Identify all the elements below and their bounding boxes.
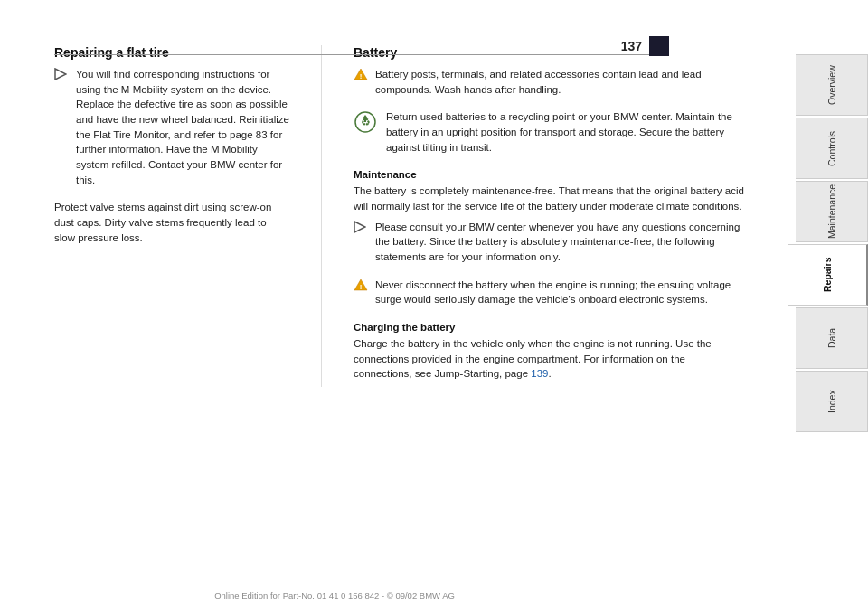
columns: Repairing a flat tire You will find corr… xyxy=(54,45,755,387)
sidebar-tab-overview[interactable]: Overview xyxy=(796,54,868,116)
left-note-block: You will find corresponding instructions… xyxy=(54,67,289,193)
maintenance-text: The battery is completely maintenance-fr… xyxy=(354,184,746,213)
note-icon-area xyxy=(54,67,71,193)
sidebar-tab-index[interactable]: Index xyxy=(796,371,868,432)
right-column: Battery ! Battery posts, terminals, and … xyxy=(354,45,755,387)
warning-icon-area-2: ! xyxy=(354,278,370,313)
maintenance-heading: Maintenance xyxy=(354,169,746,180)
warning-block-1: ! Battery posts, terminals, and related … xyxy=(354,67,746,102)
warning-paragraph-1: Battery posts, terminals, and related ac… xyxy=(375,67,746,97)
sidebar-tab-controls[interactable]: Controls xyxy=(796,118,868,179)
recycle-icon: ♻ xyxy=(354,110,377,134)
charging-text-end: . xyxy=(548,368,551,379)
charging-text: Charge the battery in the vehicle only w… xyxy=(354,336,746,382)
note-icon-2 xyxy=(354,221,366,233)
svg-marker-0 xyxy=(55,69,66,80)
note-icon-area-2 xyxy=(354,220,370,270)
right-section-heading: Battery xyxy=(354,45,746,60)
warning-block-2: ! Never disconnect the battery when the … xyxy=(354,278,746,313)
left-note-text: You will find corresponding instructions… xyxy=(76,67,289,193)
top-divider xyxy=(54,54,669,55)
recycle-paragraph: Return used batteries to a recycling poi… xyxy=(386,109,746,155)
left-column: Repairing a flat tire You will find corr… xyxy=(54,45,289,387)
sidebar-tab-data[interactable]: Data xyxy=(796,307,868,369)
warning-paragraph-2: Never disconnect the battery when the en… xyxy=(375,278,746,307)
note-paragraph-2: Please consult your BMW center whenever … xyxy=(375,220,746,265)
page-container: 137 Repairing a flat tire You will find … xyxy=(0,0,868,613)
page-number-bar: 137 xyxy=(621,36,669,56)
footer-text: Online Edition for Part-No. 01 41 0 156 … xyxy=(214,590,455,600)
column-divider xyxy=(321,45,322,387)
svg-text:♻: ♻ xyxy=(361,116,371,128)
warning-icon-1: ! xyxy=(354,68,368,80)
sidebar-tab-repairs[interactable]: Repairs xyxy=(788,244,868,306)
recycle-icon-area: ♻ xyxy=(354,109,379,160)
page-number: 137 xyxy=(621,39,642,53)
svg-text:!: ! xyxy=(360,282,363,290)
charging-link[interactable]: 139 xyxy=(531,368,548,379)
footer: Online Edition for Part-No. 01 41 0 156 … xyxy=(0,590,669,600)
sidebar-tab-maintenance[interactable]: Maintenance xyxy=(796,181,868,242)
warning-text-2: Never disconnect the battery when the en… xyxy=(375,278,746,313)
recycle-text: Return used batteries to a recycling poi… xyxy=(386,109,746,160)
warning-icon-2: ! xyxy=(354,278,368,291)
main-content: 137 Repairing a flat tire You will find … xyxy=(0,0,773,613)
charging-heading: Charging the battery xyxy=(354,322,746,333)
note-block-2: Please consult your BMW center whenever … xyxy=(354,220,746,270)
left-note-paragraph: You will find corresponding instructions… xyxy=(76,67,289,187)
sidebar: OverviewControlsMaintenanceRepairsDataIn… xyxy=(773,0,868,613)
left-paragraph2: Protect valve stems against dirt using s… xyxy=(54,200,289,245)
svg-marker-5 xyxy=(354,222,365,232)
warning-icon-area-1: ! xyxy=(354,67,370,102)
left-section-heading: Repairing a flat tire xyxy=(54,45,289,60)
note-text-2: Please consult your BMW center whenever … xyxy=(375,220,746,270)
svg-text:!: ! xyxy=(360,72,363,80)
recycle-block: ♻ Return used batteries to a recycling p… xyxy=(354,109,746,160)
note-icon xyxy=(54,68,67,80)
page-number-block xyxy=(649,36,669,56)
warning-text-1: Battery posts, terminals, and related ac… xyxy=(375,67,746,102)
